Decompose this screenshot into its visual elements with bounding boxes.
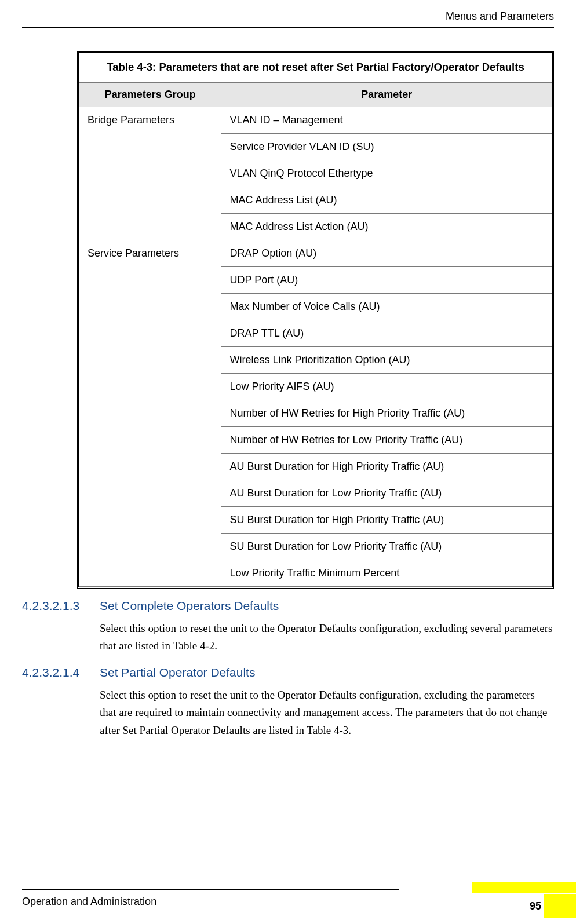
table-row: Bridge Parameters VLAN ID – Management [79,107,552,134]
parameters-table: Table 4-3: Parameters that are not reset… [79,53,552,587]
page-header: Menus and Parameters [0,0,576,27]
param-cell: SU Burst Duration for Low Priority Traff… [221,534,552,560]
param-cell: Number of HW Retries for High Priority T… [221,400,552,427]
section-number: 4.2.3.2.1.4 [22,666,90,680]
section-title: Set Partial Operator Defaults [100,666,255,680]
param-cell: DRAP TTL (AU) [221,320,552,347]
param-cell: Service Provider VLAN ID (SU) [221,134,552,160]
param-cell: Low Priority Traffic Minimum Percent [221,560,552,587]
footer-divider [22,889,399,890]
section-title: Set Complete Operators Defaults [100,599,279,613]
table-caption: Table 4-3: Parameters that are not reset… [79,53,552,82]
param-cell: AU Burst Duration for High Priority Traf… [221,454,552,480]
section-heading: 4.2.3.2.1.4 Set Partial Operator Default… [22,666,554,680]
param-cell: VLAN QinQ Protocol Ethertype [221,160,552,187]
param-cell: UDP Port (AU) [221,267,552,294]
footer-doc-title: Operation and Administration [22,896,156,907]
page-footer: Operation and Administration [22,889,576,908]
param-cell: Max Number of Voice Calls (AU) [221,294,552,320]
table-header-group: Parameters Group [79,83,221,107]
param-cell: MAC Address List (AU) [221,187,552,214]
parameters-table-container: Table 4-3: Parameters that are not reset… [77,51,554,589]
param-cell: MAC Address List Action (AU) [221,214,552,240]
param-cell: VLAN ID – Management [221,107,552,134]
section-body: Select this option to reset the unit to … [100,686,554,739]
table-header-row: Parameters Group Parameter [79,83,552,107]
param-cell: AU Burst Duration for Low Priority Traff… [221,480,552,507]
page-number: 95 [530,900,541,912]
group-cell-bridge: Bridge Parameters [79,107,221,240]
table-header-parameter: Parameter [221,83,552,107]
group-cell-service: Service Parameters [79,240,221,587]
header-section-title: Menus and Parameters [446,10,554,23]
param-cell: Low Priority AIFS (AU) [221,374,552,400]
section-heading: 4.2.3.2.1.3 Set Complete Operators Defau… [22,599,554,613]
param-cell: DRAP Option (AU) [221,240,552,267]
section-body: Select this option to reset the unit to … [100,620,554,655]
param-cell: SU Burst Duration for High Priority Traf… [221,507,552,534]
table-row: Service Parameters DRAP Option (AU) [79,240,552,267]
section-number: 4.2.3.2.1.3 [22,599,90,613]
param-cell: Wireless Link Prioritization Option (AU) [221,347,552,374]
page-content: Table 4-3: Parameters that are not reset… [0,28,576,739]
param-cell: Number of HW Retries for Low Priority Tr… [221,427,552,454]
